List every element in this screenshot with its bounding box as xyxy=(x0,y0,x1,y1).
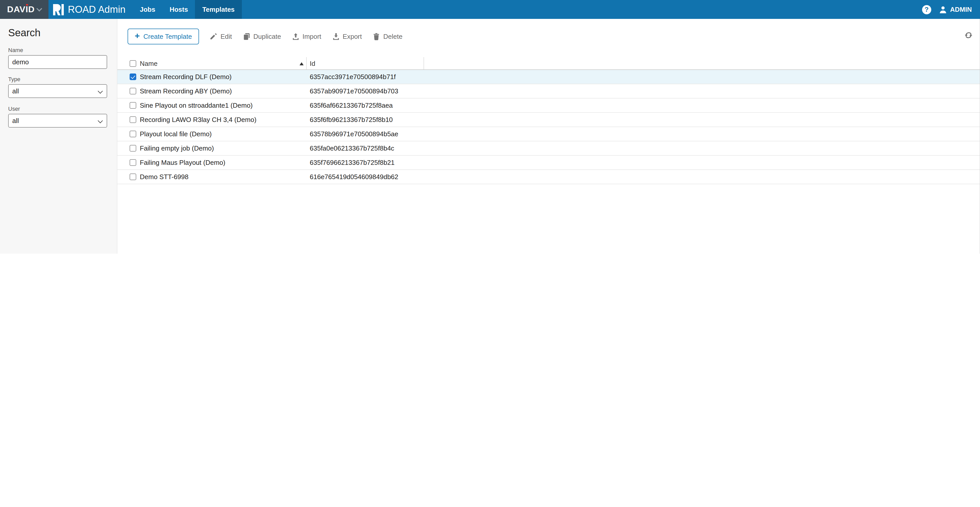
duplicate-button[interactable]: Duplicate xyxy=(243,33,281,40)
cell-template-name: Stream Recording DLF (Demo) xyxy=(140,73,232,81)
user-select[interactable]: all xyxy=(8,114,107,127)
template-toolbar: + Create Template Edit Duplicate Import … xyxy=(127,29,402,45)
table-row[interactable]: Stream Recording DLF (Demo)6357acc3971e7… xyxy=(118,70,980,84)
person-icon xyxy=(939,5,947,14)
row-checkbox[interactable] xyxy=(130,130,136,137)
copy-icon xyxy=(243,33,250,40)
row-checkbox-checked[interactable] xyxy=(130,73,136,80)
name-search-input[interactable]: demo xyxy=(8,55,107,69)
refresh-button[interactable] xyxy=(964,31,972,41)
table-row[interactable]: Failing Maus Playout (Demo)635f769662133… xyxy=(118,156,980,170)
row-checkbox[interactable] xyxy=(130,159,136,166)
name-label: Name xyxy=(8,47,109,53)
row-checkbox[interactable] xyxy=(130,88,136,94)
app-title: ROAD Admin xyxy=(68,4,126,15)
david-logo-menu[interactable]: DAVID xyxy=(0,0,48,19)
column-divider[interactable] xyxy=(423,57,424,69)
edit-button[interactable]: Edit xyxy=(210,33,232,40)
cell-template-id: 6357acc3971e70500894b71f xyxy=(310,73,396,81)
trash-icon xyxy=(372,33,380,40)
tab-hosts[interactable]: Hosts xyxy=(162,0,195,19)
upload-icon xyxy=(292,33,299,40)
cell-template-id: 635f6af66213367b725f8aea xyxy=(310,102,393,109)
create-template-button[interactable]: + Create Template xyxy=(127,29,199,45)
application-window: DAVID ROAD Admin Jobs Hosts Templates ? … xyxy=(0,0,980,254)
chevron-down-icon xyxy=(98,118,103,123)
david-logo: DAVID xyxy=(7,4,35,14)
refresh-icon xyxy=(964,31,972,39)
cell-template-name: Sine Playout on sttroaddante1 (Demo) xyxy=(140,102,253,109)
cell-template-id: 635fa0e06213367b725f8b4c xyxy=(310,145,394,152)
column-header-id[interactable]: Id xyxy=(310,60,315,67)
tab-jobs[interactable]: Jobs xyxy=(133,0,162,19)
cell-template-id: 635f76966213367b725f8b21 xyxy=(310,159,395,166)
cell-template-id: 616e765419d054609849db62 xyxy=(310,173,398,181)
top-navigation-bar: DAVID ROAD Admin Jobs Hosts Templates ? … xyxy=(0,0,980,19)
user-name: ADMIN xyxy=(950,6,972,13)
search-sidebar: Search Name demo Type all User all Apply xyxy=(0,19,118,254)
template-list-section: + Create Template Edit Duplicate Import … xyxy=(118,19,980,254)
chevron-down-icon xyxy=(37,6,42,11)
import-button[interactable]: Import xyxy=(292,33,321,40)
table-row[interactable]: Playout local file (Demo)63578b96971e705… xyxy=(118,127,980,141)
cell-template-name: Playout local file (Demo) xyxy=(140,130,212,138)
nav-tabs: Jobs Hosts Templates xyxy=(133,0,242,19)
select-all-checkbox[interactable] xyxy=(130,60,136,67)
cell-template-name: Recording LAWO R3lay CH 3,4 (Demo) xyxy=(140,116,256,124)
user-label: User xyxy=(8,106,109,112)
table-row[interactable]: Failing empty job (Demo)635fa0e06213367b… xyxy=(118,141,980,156)
table-row[interactable]: Stream Recording ABY (Demo)6357ab90971e7… xyxy=(118,84,980,99)
cell-template-name: Demo STT-6998 xyxy=(140,173,189,181)
type-label: Type xyxy=(8,76,109,82)
type-select[interactable]: all xyxy=(8,84,107,98)
sort-asc-icon[interactable] xyxy=(299,62,304,65)
cell-template-id: 6357ab90971e70500894b703 xyxy=(310,87,398,95)
cell-template-name: Failing Maus Playout (Demo) xyxy=(140,159,225,166)
row-checkbox[interactable] xyxy=(130,145,136,151)
column-divider[interactable] xyxy=(306,57,307,69)
cell-template-name: Stream Recording ABY (Demo) xyxy=(140,87,232,95)
table-row[interactable]: Sine Playout on sttroaddante1 (Demo)635f… xyxy=(118,99,980,113)
sidebar-title: Search xyxy=(8,27,109,39)
row-checkbox[interactable] xyxy=(130,102,136,109)
delete-button[interactable]: Delete xyxy=(372,33,402,40)
table-header: Name Id xyxy=(118,57,980,70)
cell-template-id: 63578b96971e70500894b5ae xyxy=(310,130,398,138)
export-button[interactable]: Export xyxy=(332,33,362,40)
user-select-value: all xyxy=(12,117,19,124)
cell-template-name: Failing empty job (Demo) xyxy=(140,145,214,152)
type-select-value: all xyxy=(12,87,19,95)
road-logo-icon xyxy=(53,4,64,15)
tab-templates[interactable]: Templates xyxy=(195,0,242,19)
template-table-body: Stream Recording DLF (Demo)6357acc3971e7… xyxy=(118,70,980,184)
cell-template-id: 635f6fb96213367b725f8b10 xyxy=(310,116,393,124)
plus-icon: + xyxy=(135,31,140,41)
chevron-down-icon xyxy=(98,89,103,94)
topbar-right: ? ADMIN xyxy=(922,0,980,19)
user-menu[interactable]: ADMIN xyxy=(939,5,972,14)
table-row[interactable]: Demo STT-6998616e765419d054609849db62 xyxy=(118,170,980,184)
table-row[interactable]: Recording LAWO R3lay CH 3,4 (Demo)635f6f… xyxy=(118,113,980,127)
download-icon xyxy=(332,33,340,40)
column-header-name[interactable]: Name xyxy=(140,60,158,67)
row-checkbox[interactable] xyxy=(130,173,136,180)
pencil-icon xyxy=(210,33,217,40)
help-icon[interactable]: ? xyxy=(922,5,931,14)
row-checkbox[interactable] xyxy=(130,116,136,123)
